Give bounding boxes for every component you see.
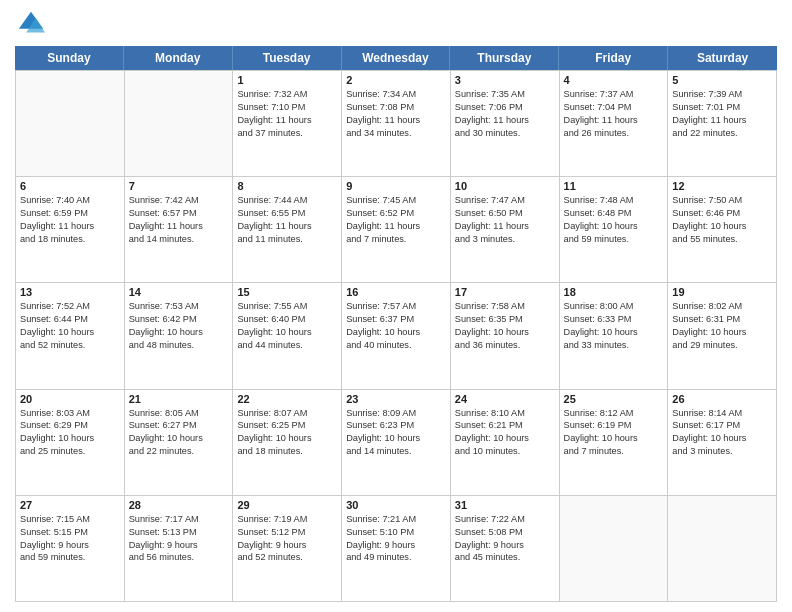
calendar-cell: 26Sunrise: 8:14 AMSunset: 6:17 PMDayligh… [668, 390, 777, 496]
cell-line: Daylight: 11 hours [129, 220, 229, 233]
cell-line: and 26 minutes. [564, 127, 664, 140]
cell-line: Sunset: 6:31 PM [672, 313, 772, 326]
cell-line: Daylight: 9 hours [129, 539, 229, 552]
cell-line: Daylight: 10 hours [564, 326, 664, 339]
day-number: 28 [129, 499, 229, 511]
calendar-header: SundayMondayTuesdayWednesdayThursdayFrid… [15, 46, 777, 70]
cell-line: and 44 minutes. [237, 339, 337, 352]
cell-line: Sunrise: 8:00 AM [564, 300, 664, 313]
calendar: SundayMondayTuesdayWednesdayThursdayFrid… [15, 46, 777, 602]
cell-line: Daylight: 10 hours [564, 432, 664, 445]
logo-icon [17, 10, 45, 38]
cell-line: Sunrise: 8:05 AM [129, 407, 229, 420]
weekday-header: Monday [124, 46, 233, 70]
calendar-cell: 17Sunrise: 7:58 AMSunset: 6:35 PMDayligh… [451, 283, 560, 389]
cell-line: Daylight: 10 hours [455, 432, 555, 445]
cell-line: and 56 minutes. [129, 551, 229, 564]
cell-line: Sunset: 6:46 PM [672, 207, 772, 220]
cell-line: and 36 minutes. [455, 339, 555, 352]
cell-line: and 52 minutes. [237, 551, 337, 564]
calendar-cell [125, 71, 234, 177]
cell-line: Sunrise: 7:21 AM [346, 513, 446, 526]
cell-line: and 49 minutes. [346, 551, 446, 564]
cell-line: Sunset: 6:44 PM [20, 313, 120, 326]
cell-line: Sunrise: 8:03 AM [20, 407, 120, 420]
cell-line: Sunrise: 7:50 AM [672, 194, 772, 207]
calendar-cell: 5Sunrise: 7:39 AMSunset: 7:01 PMDaylight… [668, 71, 777, 177]
cell-line: Sunrise: 7:22 AM [455, 513, 555, 526]
calendar-cell: 16Sunrise: 7:57 AMSunset: 6:37 PMDayligh… [342, 283, 451, 389]
weekday-header: Friday [559, 46, 668, 70]
cell-line: and 7 minutes. [346, 233, 446, 246]
cell-line: Daylight: 9 hours [20, 539, 120, 552]
cell-line: Sunset: 7:04 PM [564, 101, 664, 114]
header [15, 10, 777, 38]
calendar-cell [560, 496, 669, 602]
cell-line: Sunset: 7:08 PM [346, 101, 446, 114]
cell-line: and 55 minutes. [672, 233, 772, 246]
cell-line: Sunset: 5:13 PM [129, 526, 229, 539]
cell-line: and 59 minutes. [564, 233, 664, 246]
calendar-cell: 12Sunrise: 7:50 AMSunset: 6:46 PMDayligh… [668, 177, 777, 283]
calendar-cell: 7Sunrise: 7:42 AMSunset: 6:57 PMDaylight… [125, 177, 234, 283]
cell-line: Sunset: 6:57 PM [129, 207, 229, 220]
cell-line: Sunrise: 7:35 AM [455, 88, 555, 101]
cell-line: Sunset: 6:55 PM [237, 207, 337, 220]
cell-line: Sunset: 5:15 PM [20, 526, 120, 539]
cell-line: and 18 minutes. [20, 233, 120, 246]
cell-line: and 10 minutes. [455, 445, 555, 458]
cell-line: Sunrise: 7:57 AM [346, 300, 446, 313]
cell-line: Daylight: 10 hours [346, 326, 446, 339]
cell-line: Sunset: 6:25 PM [237, 419, 337, 432]
day-number: 23 [346, 393, 446, 405]
cell-line: Sunrise: 7:58 AM [455, 300, 555, 313]
calendar-cell: 3Sunrise: 7:35 AMSunset: 7:06 PMDaylight… [451, 71, 560, 177]
cell-line: Sunset: 6:29 PM [20, 419, 120, 432]
calendar-body: 1Sunrise: 7:32 AMSunset: 7:10 PMDaylight… [15, 70, 777, 602]
cell-line: Sunset: 6:35 PM [455, 313, 555, 326]
cell-line: Sunset: 7:01 PM [672, 101, 772, 114]
weekday-header: Tuesday [233, 46, 342, 70]
cell-line: and 7 minutes. [564, 445, 664, 458]
day-number: 19 [672, 286, 772, 298]
day-number: 8 [237, 180, 337, 192]
cell-line: Daylight: 11 hours [237, 114, 337, 127]
day-number: 5 [672, 74, 772, 86]
cell-line: Sunset: 6:21 PM [455, 419, 555, 432]
day-number: 10 [455, 180, 555, 192]
day-number: 4 [564, 74, 664, 86]
calendar-cell: 1Sunrise: 7:32 AMSunset: 7:10 PMDaylight… [233, 71, 342, 177]
calendar-cell: 25Sunrise: 8:12 AMSunset: 6:19 PMDayligh… [560, 390, 669, 496]
day-number: 15 [237, 286, 337, 298]
calendar-cell: 10Sunrise: 7:47 AMSunset: 6:50 PMDayligh… [451, 177, 560, 283]
cell-line: Daylight: 10 hours [672, 432, 772, 445]
cell-line: and 3 minutes. [455, 233, 555, 246]
cell-line: and 30 minutes. [455, 127, 555, 140]
calendar-cell: 31Sunrise: 7:22 AMSunset: 5:08 PMDayligh… [451, 496, 560, 602]
cell-line: Sunrise: 7:47 AM [455, 194, 555, 207]
calendar-cell: 23Sunrise: 8:09 AMSunset: 6:23 PMDayligh… [342, 390, 451, 496]
cell-line: Sunrise: 7:39 AM [672, 88, 772, 101]
calendar-cell: 28Sunrise: 7:17 AMSunset: 5:13 PMDayligh… [125, 496, 234, 602]
cell-line: and 33 minutes. [564, 339, 664, 352]
cell-line: Sunrise: 7:19 AM [237, 513, 337, 526]
cell-line: and 37 minutes. [237, 127, 337, 140]
day-number: 26 [672, 393, 772, 405]
day-number: 2 [346, 74, 446, 86]
cell-line: Sunrise: 7:53 AM [129, 300, 229, 313]
cell-line: Daylight: 10 hours [20, 326, 120, 339]
cell-line: Daylight: 9 hours [237, 539, 337, 552]
calendar-cell: 18Sunrise: 8:00 AMSunset: 6:33 PMDayligh… [560, 283, 669, 389]
cell-line: Sunrise: 7:32 AM [237, 88, 337, 101]
cell-line: Sunset: 6:42 PM [129, 313, 229, 326]
weekday-header: Sunday [15, 46, 124, 70]
calendar-cell: 15Sunrise: 7:55 AMSunset: 6:40 PMDayligh… [233, 283, 342, 389]
cell-line: Daylight: 10 hours [129, 326, 229, 339]
cell-line: and 14 minutes. [129, 233, 229, 246]
cell-line: Sunset: 6:48 PM [564, 207, 664, 220]
cell-line: Sunset: 5:10 PM [346, 526, 446, 539]
cell-line: Sunrise: 8:07 AM [237, 407, 337, 420]
cell-line: Sunrise: 8:12 AM [564, 407, 664, 420]
cell-line: Sunset: 6:23 PM [346, 419, 446, 432]
cell-line: Sunrise: 7:52 AM [20, 300, 120, 313]
